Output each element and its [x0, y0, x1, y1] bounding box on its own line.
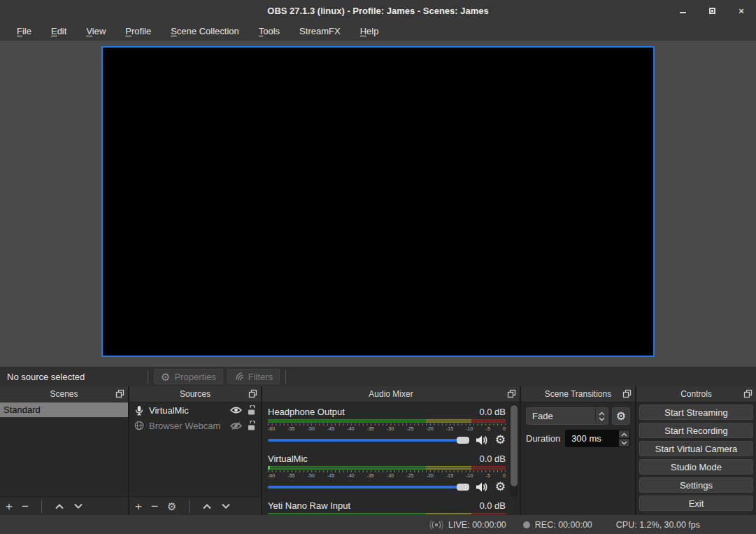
volume-slider[interactable]	[268, 439, 469, 442]
maximize-button[interactable]	[707, 6, 717, 15]
minimize-button[interactable]	[678, 6, 687, 15]
audio-mixer-content: Headphone Output 0.0 dB -60-55-50-45-40-…	[262, 402, 520, 515]
volume-slider[interactable]	[268, 486, 469, 489]
meter-active-level	[268, 466, 270, 470]
channel-gear-icon[interactable]: ⚙	[495, 481, 506, 493]
filters-button[interactable]: Filters	[227, 369, 280, 384]
live-time: LIVE: 00:00:00	[448, 520, 506, 530]
toolbar-divider	[285, 370, 286, 384]
scrollbar-thumb[interactable]	[511, 405, 518, 486]
menu-file[interactable]: File	[7, 23, 41, 39]
combobox-spinner-icon[interactable]	[595, 408, 608, 424]
popout-icon[interactable]	[115, 389, 124, 398]
move-source-up-button[interactable]	[202, 503, 212, 510]
menu-tools[interactable]: Tools	[249, 23, 290, 39]
exit-button[interactable]: Exit	[639, 496, 753, 511]
start-streaming-button[interactable]: Start Streaming	[639, 405, 753, 420]
move-scene-down-button[interactable]	[73, 503, 83, 510]
speaker-icon[interactable]	[476, 435, 489, 446]
studio-mode-button[interactable]: Studio Mode	[639, 459, 753, 475]
dock-area: Scenes Standard + − Sources	[0, 386, 756, 515]
source-row-virtualmic[interactable]: VirtualMic	[129, 402, 261, 418]
slider-handle[interactable]	[457, 484, 469, 491]
properties-button[interactable]: ⚙ Properties	[154, 369, 223, 384]
cpu-fps-stats: CPU: 1.2%, 30.00 fps	[616, 520, 700, 530]
settings-button[interactable]: Settings	[639, 477, 753, 493]
channel-gear-icon[interactable]: ⚙	[495, 434, 506, 446]
filters-icon	[234, 372, 244, 381]
menu-edit[interactable]: Edit	[41, 23, 76, 39]
source-toolbar: No source selected ⚙ Properties Filters	[0, 367, 756, 386]
popout-icon[interactable]	[248, 389, 257, 398]
scenes-panel-header[interactable]: Scenes	[0, 386, 128, 402]
scenes-panel: Scenes Standard + −	[0, 386, 128, 515]
source-properties-gear-button[interactable]: ⚙	[167, 501, 176, 512]
visibility-eye-icon[interactable]	[230, 406, 242, 414]
channel-db-value: 0.0 dB	[479, 500, 506, 511]
mixer-channel-headphone-output: Headphone Output 0.0 dB -60-55-50-45-40-…	[268, 406, 506, 447]
add-scene-button[interactable]: +	[6, 500, 13, 512]
audio-mixer-panel: Audio Mixer Headphone Output 0.0 dB -60-…	[262, 386, 520, 515]
volume-meter	[268, 513, 506, 515]
channel-db-value: 0.0 dB	[479, 454, 506, 464]
volume-meter	[268, 466, 506, 470]
add-source-button[interactable]: +	[135, 500, 142, 512]
window-title: OBS 27.1.3 (linux) - Profile: James - Sc…	[267, 6, 488, 16]
preview-area	[0, 41, 756, 367]
rec-dot-icon	[523, 521, 530, 528]
preview-canvas[interactable]	[101, 46, 655, 357]
menu-scene-collection[interactable]: Scene Collection	[161, 23, 249, 39]
close-button[interactable]: ×	[736, 6, 746, 15]
remove-source-button[interactable]: −	[151, 500, 158, 512]
mixer-channel-virtualmic: VirtualMic 0.0 dB -60-55-50-45-40-35-30-…	[268, 453, 506, 493]
meter-scale: -60-55-50-45-40-35-30-25-20-15-10-50	[268, 472, 506, 479]
duration-label: Duration	[526, 433, 560, 444]
slider-handle[interactable]	[457, 437, 469, 444]
duration-value: 300 ms	[565, 433, 618, 444]
move-source-down-button[interactable]	[221, 503, 231, 510]
audio-mixer-panel-header[interactable]: Audio Mixer	[262, 386, 520, 402]
scene-transitions-panel: Scene Transitions Fade ⚙	[521, 386, 635, 515]
channel-name: Yeti Nano Raw Input	[268, 500, 350, 511]
window-controls: ×	[678, 0, 746, 21]
popout-icon[interactable]	[743, 389, 753, 398]
transition-settings-button[interactable]: ⚙	[612, 407, 630, 425]
start-virtual-camera-button[interactable]: Start Virtual Camera	[639, 441, 753, 456]
scenes-panel-title: Scenes	[50, 389, 78, 399]
sources-panel-header[interactable]: Sources	[129, 386, 261, 402]
microphone-icon	[134, 405, 144, 416]
menu-streamfx[interactable]: StreamFX	[290, 23, 350, 39]
rec-time: REC: 00:00:00	[535, 520, 592, 530]
visibility-eye-slash-icon[interactable]	[230, 421, 242, 430]
popout-icon[interactable]	[507, 389, 516, 398]
mixer-scrollbar[interactable]	[510, 404, 518, 498]
source-status-label: No source selected	[7, 372, 144, 382]
broadcast-icon	[429, 520, 443, 530]
menu-view[interactable]: View	[76, 23, 115, 39]
duration-spinbox[interactable]: 300 ms	[565, 430, 630, 447]
channel-name: VirtualMic	[268, 454, 308, 464]
scene-transitions-panel-header[interactable]: Scene Transitions	[521, 386, 635, 402]
close-icon: ×	[739, 6, 744, 15]
move-scene-up-button[interactable]	[55, 503, 64, 510]
scenes-toolbar: + −	[0, 496, 128, 515]
meter-scale: -60-55-50-45-40-35-30-25-20-15-10-50	[268, 426, 506, 432]
source-row-browser-webcam[interactable]: Browser Webcam	[129, 418, 261, 433]
start-recording-button[interactable]: Start Recording	[639, 423, 753, 438]
scene-list-item[interactable]: Standard	[0, 402, 128, 417]
lock-open-icon[interactable]	[247, 405, 256, 415]
remove-scene-button[interactable]: −	[22, 500, 29, 512]
obs-window: OBS 27.1.3 (linux) - Profile: James - Sc…	[0, 0, 756, 534]
controls-panel-title: Controls	[680, 389, 712, 399]
speaker-icon[interactable]	[476, 482, 489, 493]
channel-name: Headphone Output	[268, 407, 345, 417]
popout-icon[interactable]	[622, 389, 632, 398]
globe-icon	[134, 421, 144, 430]
duration-decrement-button[interactable]	[619, 439, 629, 447]
duration-increment-button[interactable]	[619, 430, 629, 438]
menu-profile[interactable]: Profile	[115, 23, 161, 39]
menu-help[interactable]: Help	[350, 23, 389, 39]
transition-select[interactable]: Fade	[526, 407, 608, 425]
lock-open-icon[interactable]	[247, 421, 256, 430]
controls-panel-header[interactable]: Controls	[636, 386, 756, 402]
